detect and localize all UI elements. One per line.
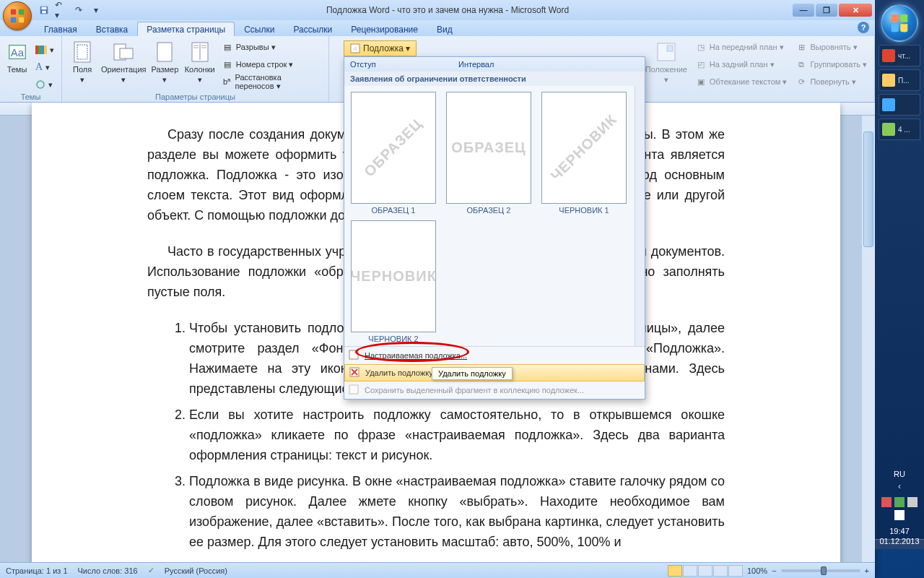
zoom-slider[interactable] bbox=[781, 569, 860, 572]
tray-icon[interactable] bbox=[894, 497, 905, 507]
spell-check-icon[interactable]: ✓ bbox=[148, 566, 154, 575]
zoom-thumb[interactable] bbox=[821, 566, 827, 575]
vertical-scrollbar[interactable] bbox=[862, 116, 875, 562]
tab-view[interactable]: Вид bbox=[427, 22, 462, 36]
titlebar: ↶ ▾ ↷ ▾ Подложка Word - что это и зачем … bbox=[0, 0, 875, 20]
theme-fonts-icon[interactable]: A▾ bbox=[32, 59, 57, 75]
svg-rect-0 bbox=[11, 9, 16, 14]
size-button[interactable]: Размер▾ bbox=[149, 38, 180, 85]
system-tray bbox=[879, 494, 920, 523]
yandex-icon bbox=[882, 49, 895, 62]
themes-icon: Aa bbox=[6, 40, 29, 64]
line-numbers-icon: ▤ bbox=[222, 59, 233, 70]
hyphenation-icon: bª bbox=[222, 76, 232, 87]
breaks-button[interactable]: ▤Разрывы ▾ bbox=[219, 39, 324, 55]
word-icon bbox=[882, 98, 895, 111]
close-button[interactable]: ✕ bbox=[839, 4, 872, 17]
watermark-item-sample-1[interactable]: ОБРАЗЕЦ ОБРАЗЕЦ 1 bbox=[349, 92, 438, 215]
gallery-scrollbar[interactable] bbox=[635, 86, 645, 346]
view-full-screen[interactable] bbox=[683, 565, 697, 577]
tray-icon[interactable] bbox=[881, 497, 892, 507]
taskbar-item[interactable]: чт... bbox=[879, 45, 920, 66]
svg-rect-6 bbox=[42, 11, 45, 14]
send-back-button: ◰На задний план ▾ bbox=[692, 56, 790, 72]
show-desktop-button[interactable] bbox=[875, 539, 924, 549]
line-numbers-button[interactable]: ▤Номера строк ▾ bbox=[219, 56, 324, 72]
margins-button[interactable]: Поля▾ bbox=[66, 38, 98, 85]
maximize-button[interactable]: ❐ bbox=[816, 4, 837, 17]
themes-group-label: Темы bbox=[0, 92, 61, 101]
start-button[interactable] bbox=[881, 4, 918, 42]
undo-icon[interactable]: ↶ ▾ bbox=[55, 4, 68, 17]
view-draft[interactable] bbox=[728, 565, 743, 577]
svg-text:Aa: Aa bbox=[10, 46, 24, 59]
watermark-item-draft-2[interactable]: ЧЕРНОВИК ЧЕРНОВИК 2 bbox=[349, 220, 438, 343]
scroll-thumb[interactable] bbox=[863, 131, 873, 247]
taskbar-item[interactable]: П... bbox=[879, 69, 920, 91]
spacing-header: Интервал bbox=[453, 60, 561, 69]
wrap-text-button: ▣Обтекание текстом ▾ bbox=[692, 74, 790, 90]
position-button: Положение▾ bbox=[643, 38, 689, 85]
tab-insert[interactable]: Вставка bbox=[87, 22, 138, 36]
zoom-in-button[interactable]: + bbox=[865, 566, 869, 575]
breaks-icon: ▤ bbox=[222, 41, 233, 53]
themes-button[interactable]: Aa Темы bbox=[4, 38, 30, 74]
remove-watermark-tooltip: Удалить подложку bbox=[432, 367, 513, 380]
svg-rect-9 bbox=[35, 46, 38, 54]
folder-icon bbox=[882, 74, 895, 87]
redo-icon[interactable]: ↷ bbox=[72, 4, 85, 17]
help-icon[interactable]: ? bbox=[858, 22, 869, 33]
orientation-icon bbox=[112, 40, 135, 64]
tab-page-layout[interactable]: Разметка страницы bbox=[137, 22, 235, 36]
tab-review[interactable]: Рецензирование bbox=[341, 22, 427, 36]
office-button[interactable] bbox=[3, 1, 32, 30]
tab-home[interactable]: Главная bbox=[35, 22, 87, 36]
svg-rect-10 bbox=[38, 46, 41, 54]
svg-rect-26 bbox=[667, 46, 673, 51]
watermark-dropdown: Отступ Интервал Заявления об ограничении… bbox=[344, 56, 645, 400]
taskbar-item[interactable] bbox=[879, 94, 920, 116]
position-icon bbox=[655, 40, 678, 64]
margins-icon bbox=[71, 40, 94, 64]
svg-rect-18 bbox=[157, 43, 172, 61]
language-indicator[interactable]: RU bbox=[891, 470, 908, 478]
zoom-level[interactable]: 100% bbox=[747, 566, 767, 575]
orientation-button[interactable]: Ориентация▾ bbox=[101, 38, 146, 85]
columns-button[interactable]: Колонки▾ bbox=[184, 38, 216, 85]
watermark-button[interactable]: A Подложка ▾ bbox=[344, 40, 417, 56]
minimize-button[interactable]: — bbox=[793, 4, 814, 17]
taskbar-item[interactable]: 4 ... bbox=[879, 118, 920, 140]
status-words[interactable]: Число слов: 316 bbox=[78, 566, 138, 575]
app-icon bbox=[882, 123, 895, 136]
wrap-icon: ▣ bbox=[695, 76, 707, 87]
list-item: Подложка в виде рисунка. В окне «настраи… bbox=[189, 471, 725, 552]
theme-effects-icon[interactable]: ▾ bbox=[32, 77, 57, 92]
view-outline[interactable] bbox=[713, 565, 728, 577]
watermark-item-draft-1[interactable]: ЧЕРНОВИК ЧЕРНОВИК 1 bbox=[539, 92, 629, 215]
hyphenation-button[interactable]: bªРасстановка переносов ▾ bbox=[219, 74, 324, 90]
tray-expand-icon[interactable]: ‹ bbox=[894, 481, 905, 491]
theme-colors-icon[interactable]: ▾ bbox=[32, 42, 57, 58]
tray-icon[interactable] bbox=[907, 497, 918, 507]
zoom-out-button[interactable]: − bbox=[772, 566, 776, 575]
group-icon: ⧉ bbox=[796, 59, 807, 70]
svg-rect-3 bbox=[19, 17, 24, 22]
view-print-layout[interactable] bbox=[668, 565, 682, 577]
status-language[interactable]: Русский (Россия) bbox=[165, 566, 227, 575]
watermark-item-sample-2[interactable]: ОБРАЗЕЦ ОБРАЗЕЦ 2 bbox=[444, 92, 533, 215]
windows-taskbar: чт... П... 4 ... RU ‹ 19:47 01.12.2013 bbox=[875, 0, 924, 549]
ribbon-tabs: Главная Вставка Разметка страницы Ссылки… bbox=[0, 20, 875, 36]
send-back-icon: ◰ bbox=[695, 59, 707, 70]
volume-icon[interactable] bbox=[894, 510, 905, 520]
tab-references[interactable]: Ссылки bbox=[235, 22, 284, 36]
qat-customize-icon[interactable]: ▾ bbox=[90, 4, 103, 17]
bring-front-button: ◳На передний план ▾ bbox=[692, 39, 790, 55]
view-web[interactable] bbox=[698, 565, 712, 577]
svg-rect-29 bbox=[349, 350, 358, 359]
save-icon[interactable] bbox=[38, 4, 51, 17]
status-page[interactable]: Страница: 1 из 1 bbox=[6, 566, 68, 575]
custom-watermark-item[interactable]: Настраиваемая подложка... bbox=[344, 347, 645, 364]
view-buttons bbox=[668, 565, 743, 577]
remove-watermark-icon bbox=[349, 367, 361, 379]
tab-mailings[interactable]: Рассылки bbox=[284, 22, 341, 36]
